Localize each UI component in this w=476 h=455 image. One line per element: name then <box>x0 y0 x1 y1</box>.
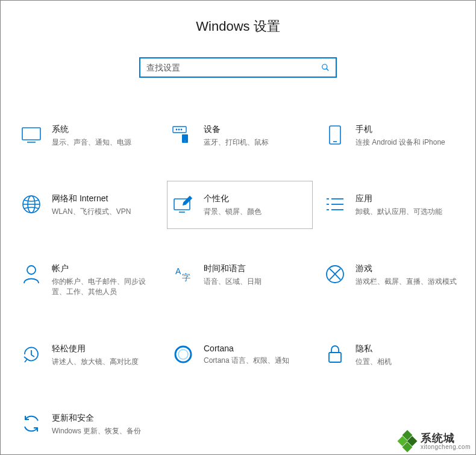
svg-rect-2 <box>22 128 40 140</box>
lock-icon <box>323 342 347 366</box>
cortana-icon <box>171 342 195 366</box>
tile-apps[interactable]: 应用 卸载、默认应用、可选功能 <box>319 181 465 228</box>
tile-desc: WLAN、飞行模式、VPN <box>52 207 155 217</box>
tile-desc: 蓝牙、打印机、鼠标 <box>204 137 307 148</box>
svg-point-6 <box>184 140 186 142</box>
svg-point-0 <box>322 64 327 69</box>
tile-title: 手机 <box>355 124 459 135</box>
tile-network[interactable]: 网络和 Internet WLAN、飞行模式、VPN <box>15 181 161 228</box>
svg-line-1 <box>327 69 329 71</box>
search-icon <box>321 63 330 72</box>
devices-icon <box>171 123 195 147</box>
tile-title: 帐户 <box>52 263 155 274</box>
svg-point-8 <box>178 129 179 130</box>
svg-point-29 <box>175 347 191 362</box>
system-icon <box>19 123 43 147</box>
xbox-icon <box>323 262 347 286</box>
search-box[interactable] <box>139 57 337 78</box>
svg-point-7 <box>176 129 177 130</box>
svg-point-9 <box>181 129 181 130</box>
tile-desc: 讲述人、放大镜、高对比度 <box>52 357 155 367</box>
sync-icon <box>19 412 43 436</box>
person-icon <box>19 262 43 286</box>
watermark: 系统城 xitongcheng.com <box>398 431 471 451</box>
tile-cortana[interactable]: Cortana Cortana 语言、权限、通知 <box>167 331 313 378</box>
tile-title: 应用 <box>355 193 459 204</box>
svg-line-28 <box>31 355 34 357</box>
tile-desc: 位置、相机 <box>355 357 459 367</box>
tile-devices[interactable]: 设备 蓝牙、打印机、鼠标 <box>167 111 313 159</box>
tile-title: 游戏 <box>355 263 459 274</box>
tile-phone[interactable]: 手机 连接 Android 设备和 iPhone <box>319 111 465 159</box>
clock-arrow-icon <box>19 342 43 366</box>
tile-time-language[interactable]: A 字 时间和语言 语音、区域、日期 <box>167 251 313 309</box>
svg-point-30 <box>178 350 188 359</box>
tile-title: 个性化 <box>204 193 307 204</box>
personalization-icon <box>171 192 195 216</box>
tile-title: 网络和 Internet <box>52 193 155 204</box>
tile-update-security[interactable]: 更新和安全 Windows 更新、恢复、备份 <box>15 400 161 448</box>
tile-ease-of-access[interactable]: 轻松使用 讲述人、放大镜、高对比度 <box>15 331 161 378</box>
phone-icon <box>323 123 347 147</box>
tile-desc: 卸载、默认应用、可选功能 <box>355 207 459 217</box>
tile-desc: 连接 Android 设备和 iPhone <box>355 137 459 148</box>
svg-rect-31 <box>329 353 341 362</box>
tile-title: Cortana <box>204 344 307 353</box>
search-input[interactable] <box>146 63 321 72</box>
tile-accounts[interactable]: 帐户 你的帐户、电子邮件、同步设置、工作、其他人员 <box>15 251 161 309</box>
tile-desc: 游戏栏、截屏、直播、游戏模式 <box>355 277 459 287</box>
watermark-url: xitongcheng.com <box>421 444 471 450</box>
tile-desc: 背景、锁屏、颜色 <box>204 207 307 217</box>
tile-gaming[interactable]: 游戏 游戏栏、截屏、直播、游戏模式 <box>319 251 465 309</box>
tile-desc: 显示、声音、通知、电源 <box>52 137 155 148</box>
tile-title: 隐私 <box>355 344 459 354</box>
tile-title: 系统 <box>52 124 155 135</box>
tile-desc: 语音、区域、日期 <box>204 277 307 287</box>
watermark-brand: 系统城 <box>421 433 471 444</box>
watermark-logo-icon <box>398 431 417 451</box>
settings-grid: 系统 显示、声音、通知、电源 设备 蓝牙、打印机、鼠标 <box>7 111 469 448</box>
page-title: Windows 设置 <box>7 17 469 36</box>
tile-privacy[interactable]: 隐私 位置、相机 <box>319 331 465 378</box>
tile-title: 更新和安全 <box>52 413 155 424</box>
tile-title: 设备 <box>204 124 307 135</box>
tile-personalization[interactable]: 个性化 背景、锁屏、颜色 <box>167 181 313 228</box>
apps-icon <box>323 192 347 216</box>
tile-desc: Windows 更新、恢复、备份 <box>52 426 155 436</box>
language-icon: A 字 <box>171 262 195 286</box>
svg-point-23 <box>27 266 36 274</box>
tile-system[interactable]: 系统 显示、声音、通知、电源 <box>15 111 161 159</box>
svg-text:字: 字 <box>182 272 190 282</box>
tile-title: 轻松使用 <box>52 344 155 354</box>
tile-desc: 你的帐户、电子邮件、同步设置、工作、其他人员 <box>52 277 155 298</box>
globe-icon <box>19 192 43 216</box>
tile-title: 时间和语言 <box>204 263 307 274</box>
tile-desc: Cortana 语言、权限、通知 <box>204 356 307 366</box>
svg-text:A: A <box>175 266 181 276</box>
